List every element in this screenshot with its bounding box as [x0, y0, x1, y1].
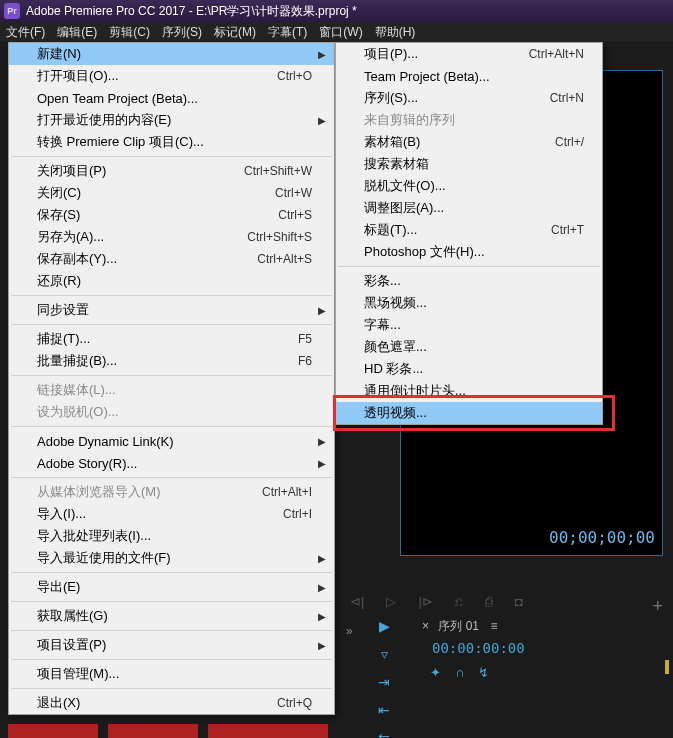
menu-item[interactable]: HD 彩条...	[336, 358, 602, 380]
menu-item[interactable]: 导入最近使用的文件(F)▶	[9, 547, 334, 569]
link-tool-icon[interactable]: ⇆	[376, 730, 392, 738]
menu-separator	[11, 572, 332, 573]
menu-item[interactable]: 导入(I)...Ctrl+I	[9, 503, 334, 525]
linked-selection-icon[interactable]: ↯	[478, 665, 489, 680]
menubar-item[interactable]: 剪辑(C)	[103, 22, 156, 43]
menu-item-label: 搜索素材箱	[364, 155, 584, 173]
menubar-item[interactable]: 帮助(H)	[369, 22, 422, 43]
menu-item: 设为脱机(O)...	[9, 401, 334, 423]
menu-item-label: 链接媒体(L)...	[37, 381, 312, 399]
timeline-timecode[interactable]: 00:00:00:00	[432, 640, 525, 656]
menu-item-label: 导入最近使用的文件(F)	[37, 549, 312, 567]
menu-item-label: 字幕...	[364, 316, 584, 334]
submenu-arrow-icon: ▶	[318, 49, 326, 60]
menu-item-shortcut: F5	[298, 332, 312, 346]
marker-tool-icon[interactable]: ▿	[376, 646, 392, 662]
menubar-item[interactable]: 文件(F)	[0, 22, 51, 43]
menu-item-label: 通用倒计时片头...	[364, 382, 584, 400]
menu-item[interactable]: 保存副本(Y)...Ctrl+Alt+S	[9, 248, 334, 270]
sequence-tab-menu-icon[interactable]: ≡	[490, 619, 497, 633]
menu-item[interactable]: 打开最近使用的内容(E)▶	[9, 109, 334, 131]
overwrite-tool-icon[interactable]: ⇤	[376, 702, 392, 718]
bottom-red-bar-1	[8, 724, 98, 738]
menu-item[interactable]: 保存(S)Ctrl+S	[9, 204, 334, 226]
menu-item-label: 从媒体浏览器导入(M)	[37, 483, 262, 501]
menu-item[interactable]: Adobe Dynamic Link(K)▶	[9, 430, 334, 452]
menu-item[interactable]: 序列(S)...Ctrl+N	[336, 87, 602, 109]
menu-item[interactable]: 还原(R)	[9, 270, 334, 292]
menu-item-label: 导入(I)...	[37, 505, 283, 523]
menu-item-shortcut: Ctrl+Q	[277, 696, 312, 710]
menu-item-label: 标题(T)...	[364, 221, 551, 239]
lift-icon[interactable]: ⎌	[455, 594, 463, 609]
menu-item[interactable]: 调整图层(A)...	[336, 197, 602, 219]
menu-item[interactable]: Adobe Story(R)...▶	[9, 452, 334, 474]
add-button-icon[interactable]: +	[652, 596, 663, 617]
export-frame-icon[interactable]: ⎙	[485, 594, 493, 609]
menu-item[interactable]: 黑场视频...	[336, 292, 602, 314]
titlebar: Pr Adobe Premiere Pro CC 2017 - E:\PR学习\…	[0, 0, 673, 22]
menubar-item[interactable]: 序列(S)	[156, 22, 208, 43]
menu-item[interactable]: Team Project (Beta)...	[336, 65, 602, 87]
menu-item[interactable]: 新建(N)▶	[9, 43, 334, 65]
menu-item[interactable]: 导入批处理列表(I)...	[9, 525, 334, 547]
sequence-tab-prefix: ×	[422, 619, 429, 633]
menu-item[interactable]: Open Team Project (Beta)...	[9, 87, 334, 109]
menu-item[interactable]: 同步设置▶	[9, 299, 334, 321]
menubar-item[interactable]: 字幕(T)	[262, 22, 313, 43]
menu-item[interactable]: 项目管理(M)...	[9, 663, 334, 685]
playhead-icon[interactable]: ▶	[376, 618, 392, 634]
menu-item[interactable]: 关闭项目(P)Ctrl+Shift+W	[9, 160, 334, 182]
menu-item-label: Photoshop 文件(H)...	[364, 243, 584, 261]
menu-item[interactable]: 透明视频...	[336, 402, 602, 424]
next-frame-icon[interactable]: |⊳	[418, 594, 432, 609]
menu-item[interactable]: 获取属性(G)▶	[9, 605, 334, 627]
sequence-tab[interactable]: × 序列 01 ≡	[422, 618, 497, 635]
insert-tool-icon[interactable]: ⇥	[376, 674, 392, 690]
menubar-item[interactable]: 标记(M)	[208, 22, 262, 43]
magnet-icon[interactable]: ∩	[455, 665, 464, 680]
menu-item[interactable]: 标题(T)...Ctrl+T	[336, 219, 602, 241]
prev-frame-icon[interactable]: ⊲|	[350, 594, 364, 609]
menubar-item[interactable]: 窗口(W)	[313, 22, 368, 43]
menu-separator	[11, 426, 332, 427]
menu-item[interactable]: 退出(X)Ctrl+Q	[9, 692, 334, 714]
menu-item-label: 同步设置	[37, 301, 312, 319]
menu-item-shortcut: Ctrl+/	[555, 135, 584, 149]
menu-separator	[11, 688, 332, 689]
menu-item[interactable]: 另存为(A)...Ctrl+Shift+S	[9, 226, 334, 248]
timeline-tool-column: ▶ ▿ ⇥ ⇤ ⇆	[372, 618, 396, 738]
menu-item[interactable]: 彩条...	[336, 270, 602, 292]
menu-item[interactable]: 捕捉(T)...F5	[9, 328, 334, 350]
timeline-end-marker	[665, 660, 669, 674]
menu-item[interactable]: 导出(E)▶	[9, 576, 334, 598]
menu-item-label: 导入批处理列表(I)...	[37, 527, 312, 545]
snap-icon[interactable]: ✦	[430, 665, 441, 680]
menu-item-label: 项目设置(P)	[37, 636, 312, 654]
menu-item-label: 脱机文件(O)...	[364, 177, 584, 195]
panel-collapse-icon[interactable]: »	[346, 624, 353, 638]
menu-item[interactable]: Photoshop 文件(H)...	[336, 241, 602, 263]
menu-item[interactable]: 打开项目(O)...Ctrl+O	[9, 65, 334, 87]
menu-item-shortcut: Ctrl+T	[551, 223, 584, 237]
menu-item[interactable]: 关闭(C)Ctrl+W	[9, 182, 334, 204]
menu-item[interactable]: 批量捕捉(B)...F6	[9, 350, 334, 372]
menu-item[interactable]: 转换 Premiere Clip 项目(C)...	[9, 131, 334, 153]
menu-item[interactable]: 搜索素材箱	[336, 153, 602, 175]
menu-item[interactable]: 通用倒计时片头...	[336, 380, 602, 402]
menu-item[interactable]: 颜色遮罩...	[336, 336, 602, 358]
app-logo: Pr	[4, 3, 20, 19]
menu-item[interactable]: 项目设置(P)▶	[9, 634, 334, 656]
menu-item-label: 来自剪辑的序列	[364, 111, 584, 129]
menu-item[interactable]: 项目(P)...Ctrl+Alt+N	[336, 43, 602, 65]
menu-item[interactable]: 字幕...	[336, 314, 602, 336]
menu-item[interactable]: 素材箱(B)Ctrl+/	[336, 131, 602, 153]
menu-item[interactable]: 脱机文件(O)...	[336, 175, 602, 197]
menubar-item[interactable]: 编辑(E)	[51, 22, 103, 43]
menu-item-label: 还原(R)	[37, 272, 312, 290]
menu-item-shortcut: Ctrl+W	[275, 186, 312, 200]
menu-item-label: 打开项目(O)...	[37, 67, 277, 85]
menu-item-shortcut: Ctrl+S	[278, 208, 312, 222]
play-icon[interactable]: ▷	[386, 594, 396, 609]
camera-icon[interactable]: ◘	[515, 594, 523, 609]
